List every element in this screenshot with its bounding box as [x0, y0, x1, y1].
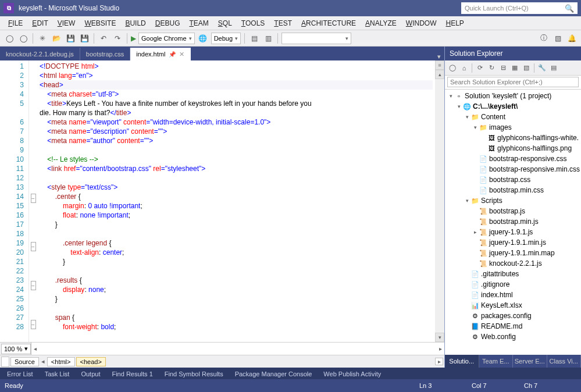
panel-tab[interactable]: Server E... — [513, 355, 547, 368]
fold-toggle-icon[interactable]: − — [31, 281, 36, 290]
solution-tree[interactable]: ▾▫Solution 'keysleft' (1 project)▾🌐C:\..… — [445, 90, 581, 355]
quick-launch-input[interactable]: Quick Launch (Ctrl+Q) 🔍 — [461, 2, 578, 14]
menu-team[interactable]: TEAM — [184, 19, 213, 27]
tree-node[interactable]: 📊KeysLeft.xlsx — [445, 300, 581, 311]
tree-node[interactable]: 📜bootstrap.min.js — [445, 216, 581, 227]
tree-node[interactable]: 📜jquery-1.9.1.min.map — [445, 248, 581, 258]
home-icon[interactable]: ⌂ — [459, 63, 469, 73]
browser-combo[interactable]: Google Chrome▾ — [138, 33, 195, 44]
tree-node[interactable]: 🖼glyphicons-halflings-white. — [445, 133, 581, 143]
hscroll-right-icon[interactable]: ▸ — [439, 345, 442, 352]
collapse-all-icon[interactable]: ⊟ — [498, 63, 508, 73]
tabs-icon[interactable]: ▥ — [262, 33, 274, 44]
scroll-up-icon[interactable]: ▴ — [435, 70, 444, 79]
tree-node[interactable]: 📘README.md — [445, 321, 581, 332]
menu-tools[interactable]: TOOLS — [237, 19, 269, 27]
menu-sql[interactable]: SQL — [213, 19, 237, 27]
save-all-icon[interactable]: 💾 — [79, 33, 90, 44]
new-project-icon[interactable]: ✳ — [37, 33, 48, 44]
undo-icon[interactable]: ↶ — [98, 33, 109, 44]
nav-fwd-icon[interactable]: ◯ — [17, 33, 29, 44]
info-icon[interactable]: ⓘ — [538, 33, 550, 44]
menu-analyze[interactable]: ANALYZE — [361, 19, 401, 27]
view-switch-icon[interactable] — [1, 357, 9, 367]
tree-node[interactable]: 📄.gitignore — [445, 279, 581, 290]
menu-view[interactable]: VIEW — [53, 19, 80, 27]
tree-node[interactable]: 📜bootstrap.js — [445, 206, 581, 216]
pin-icon[interactable]: 📌 — [169, 51, 176, 58]
feedback-icon[interactable]: 🔔 — [566, 33, 578, 44]
nav-back-icon[interactable]: ◯ — [3, 33, 15, 44]
panel-tab[interactable]: Solutio... — [445, 355, 479, 368]
tree-node[interactable]: 📄index.html — [445, 290, 581, 300]
save-icon[interactable]: 💾 — [65, 33, 76, 44]
tree-arrow-icon[interactable]: ▸ — [472, 229, 479, 235]
editor-tab[interactable]: bootstrap.css — [80, 48, 130, 60]
crumb-right-icon[interactable]: ▸ — [435, 358, 443, 365]
menu-help[interactable]: HELP — [441, 19, 469, 27]
menu-debug[interactable]: DEBUG — [151, 19, 185, 27]
menu-website[interactable]: WEBSITE — [80, 19, 120, 27]
panel-tab[interactable]: Team E... — [479, 355, 514, 368]
refresh-icon[interactable]: ↻ — [486, 63, 497, 73]
view-icon[interactable]: ▤ — [548, 63, 559, 73]
editor-tab[interactable]: index.html📌✕ — [130, 48, 191, 60]
toolbox-icon[interactable]: ▤ — [248, 33, 260, 44]
show-all-icon[interactable]: ▦ — [509, 63, 520, 73]
panel-tab[interactable]: Class Vi... — [547, 355, 582, 368]
preview-icon[interactable]: 🔧 — [537, 63, 547, 73]
menu-build[interactable]: BUILD — [120, 19, 150, 27]
vertical-scrollbar[interactable]: ≡ ▴ ▾ — [435, 60, 444, 342]
browser-picker-icon[interactable]: 🌐 — [197, 33, 209, 44]
zoom-combo[interactable]: 100 %▾ — [1, 344, 31, 354]
menu-test[interactable]: TEST — [269, 19, 297, 27]
scroll-down-icon[interactable]: ▾ — [435, 333, 444, 342]
hscroll-left-icon[interactable]: ◂ — [34, 345, 37, 352]
bottom-tab[interactable]: Error List — [2, 368, 38, 379]
open-icon[interactable]: 📂 — [51, 33, 62, 44]
menu-file[interactable]: FILE — [3, 19, 27, 27]
bottom-tab[interactable]: Output — [76, 368, 105, 379]
tree-node[interactable]: ▾📁Content — [445, 112, 581, 122]
breadcrumb-head[interactable]: <head> — [76, 357, 106, 366]
tree-node[interactable]: 📄bootstrap-responsive.min.css — [445, 164, 581, 174]
fold-toggle-icon[interactable]: − — [31, 242, 36, 251]
tree-node[interactable]: 📄bootstrap-responsive.css — [445, 154, 581, 164]
menu-window[interactable]: WINDOW — [401, 19, 441, 27]
breadcrumb-html[interactable]: <html> — [47, 357, 75, 366]
tree-node[interactable]: ▾▫Solution 'keysleft' (1 project) — [445, 91, 581, 101]
sync-icon[interactable]: ⟳ — [475, 63, 485, 73]
bottom-tab[interactable]: Task List — [40, 368, 74, 379]
bottom-tab[interactable]: Package Manager Console — [230, 368, 317, 379]
back-icon[interactable]: ◯ — [447, 63, 458, 73]
menu-architecture[interactable]: ARCHITECTURE — [297, 19, 361, 27]
tree-arrow-icon[interactable]: ▾ — [447, 93, 454, 99]
tree-node[interactable]: ▾📁Scripts — [445, 195, 581, 206]
start-debug-icon[interactable]: ▶ — [131, 34, 136, 42]
source-tab[interactable]: Source — [10, 357, 39, 366]
tree-node[interactable]: ▾📁images — [445, 122, 581, 133]
bottom-tab[interactable]: Find Symbol Results — [160, 368, 228, 379]
tree-arrow-icon[interactable]: ▾ — [464, 198, 470, 204]
crumb-left-icon[interactable]: ◂ — [40, 358, 46, 365]
fold-toggle-icon[interactable]: − — [31, 320, 36, 329]
split-view-icon[interactable]: ≡ — [435, 60, 444, 70]
redo-icon[interactable]: ↷ — [112, 33, 123, 44]
tree-node[interactable]: ⚙Web.config — [445, 332, 581, 342]
find-combo[interactable]: ▾ — [281, 33, 351, 44]
bottom-tab[interactable]: Web Publish Activity — [319, 368, 386, 379]
tree-arrow-icon[interactable]: ▾ — [464, 114, 470, 120]
tree-node[interactable]: ⚙packages.config — [445, 311, 581, 321]
code-editor[interactable]: <!DOCTYPE html><html lang="en"><head> <m… — [37, 60, 435, 342]
tree-node[interactable]: 📄bootstrap.min.css — [445, 185, 581, 195]
tree-node[interactable]: ▸📜jquery-1.9.1.js — [445, 227, 581, 237]
close-icon[interactable]: ✕ — [179, 51, 184, 58]
tree-node[interactable]: 🖼glyphicons-halflings.png — [445, 143, 581, 154]
tree-node[interactable]: 📜jquery-1.9.1.min.js — [445, 237, 581, 248]
notifications-icon[interactable]: ▧ — [552, 33, 564, 44]
tabs-overflow-icon[interactable]: ▾ — [434, 53, 444, 60]
bottom-tab[interactable]: Find Results 1 — [107, 368, 157, 379]
tree-arrow-icon[interactable]: ▾ — [455, 104, 462, 109]
solution-search-input[interactable] — [447, 77, 579, 87]
properties-icon[interactable]: ▧ — [521, 63, 532, 73]
